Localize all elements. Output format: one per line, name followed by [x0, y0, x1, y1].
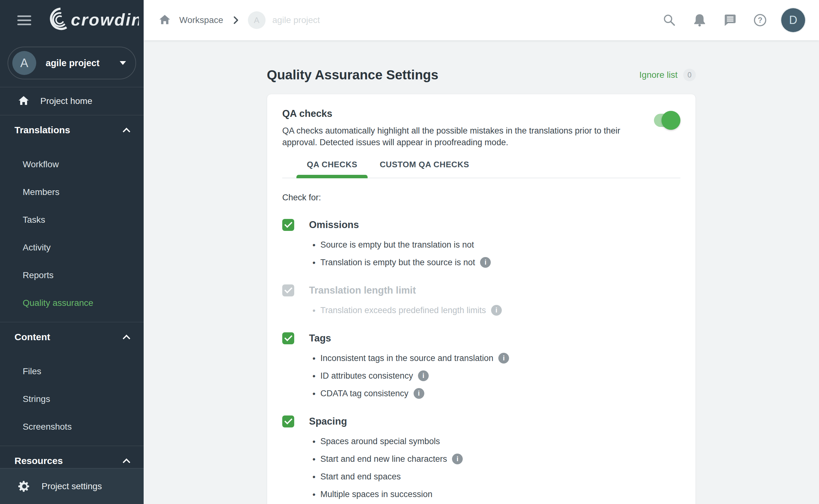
check-item-text: Translation exceeds predefined length li… [320, 305, 486, 316]
check-item-text: Source is empty but the translation is n… [320, 239, 474, 250]
page-title: Quality Assurance Settings [267, 67, 438, 83]
ignore-list-link[interactable]: Ignore list 0 [639, 69, 696, 81]
divider [0, 322, 144, 322]
topbar: Workspace A agile project [144, 0, 819, 40]
breadcrumb: Workspace A agile project [158, 11, 320, 29]
checkbox-row-omissions[interactable]: Omissions [282, 219, 680, 231]
sidebar-item-activity[interactable]: Activity [0, 234, 144, 261]
check-group-spacing: Spacing Spaces around special symbols St… [282, 415, 680, 504]
tab-custom-qa-checks[interactable]: CUSTOM QA CHECKS [369, 160, 479, 178]
check-item: Translation is empty but the source is n… [312, 257, 680, 268]
hamburger-menu-icon[interactable] [17, 13, 31, 28]
chevron-up-icon [123, 128, 130, 135]
translations-nav-list: Workflow Members Tasks Activity Reports … [0, 151, 144, 317]
sidebar-item-reports[interactable]: Reports [0, 261, 144, 289]
sidebar-section-content[interactable]: Content [0, 325, 144, 349]
info-icon[interactable] [498, 353, 509, 364]
sidebar-item-files[interactable]: Files [0, 358, 144, 385]
check-item-text: Spaces around special symbols [320, 436, 440, 447]
sidebar-item-workflow[interactable]: Workflow [0, 151, 144, 178]
home-icon [18, 95, 30, 107]
check-item-text: Translation is empty but the source is n… [320, 257, 475, 268]
sidebar-item-project-settings[interactable]: Project settings [0, 468, 144, 504]
check-group-label: Translation length limit [309, 285, 416, 296]
sidebar-item-tasks[interactable]: Tasks [0, 206, 144, 234]
checkbox-checked-disabled-icon[interactable] [282, 284, 294, 296]
bell-icon[interactable] [692, 13, 707, 27]
gear-icon [17, 479, 31, 494]
project-avatar: A [12, 51, 36, 75]
breadcrumb-project-avatar: A [248, 11, 266, 29]
check-item: Inconsistent tags in the source and tran… [312, 352, 680, 364]
crowdin-logo: crowdin [44, 7, 139, 34]
checkbox-checked-icon[interactable] [282, 219, 294, 231]
check-item-text: Start and end new line characters [320, 453, 447, 465]
checkbox-row-spacing[interactable]: Spacing [282, 415, 680, 427]
check-item-text: Start and end spaces [320, 471, 401, 482]
breadcrumb-workspace[interactable]: Workspace [179, 15, 223, 25]
info-icon[interactable] [452, 454, 463, 464]
info-icon[interactable] [414, 388, 424, 399]
chat-icon[interactable] [723, 13, 737, 27]
check-item: Source is empty but the translation is n… [312, 239, 680, 250]
check-group-label: Spacing [309, 416, 347, 427]
ignore-list-count-badge: 0 [683, 69, 696, 81]
check-group-translation-length-limit: Translation length limit Translation exc… [282, 284, 680, 316]
check-group-label: Omissions [309, 219, 359, 231]
section-title: Content [14, 332, 50, 342]
project-name: agile project [46, 58, 120, 68]
check-item: Start and end spaces [312, 471, 680, 482]
home-icon[interactable] [158, 14, 171, 26]
svg-text:?: ? [758, 16, 763, 24]
check-item-text: CDATA tag consistency [320, 388, 409, 399]
info-icon[interactable] [418, 370, 429, 381]
check-item: Spaces around special symbols [312, 436, 680, 447]
check-group-omissions: Omissions Source is empty but the transl… [282, 219, 680, 268]
sidebar-item-strings[interactable]: Strings [0, 385, 144, 413]
search-icon[interactable] [662, 13, 677, 27]
ignore-list-label[interactable]: Ignore list [639, 70, 678, 80]
qa-settings-card: QA checks QA checks automatically highli… [267, 94, 696, 504]
checkbox-checked-icon[interactable] [282, 415, 294, 427]
tab-qa-checks[interactable]: QA CHECKS [296, 160, 368, 178]
breadcrumb-project: agile project [272, 15, 320, 25]
qa-checks-description: QA checks automatically highlight all th… [282, 125, 629, 148]
logo-text: crowdin [71, 10, 139, 29]
sidebar-item-label: Project home [40, 96, 92, 106]
section-title: Translations [14, 125, 70, 135]
info-icon[interactable] [480, 257, 491, 268]
divider [0, 446, 144, 446]
main-content: Quality Assurance Settings Ignore list 0… [144, 40, 819, 504]
check-item-text: ID attributes consistency [320, 370, 413, 381]
section-title: Resources [14, 455, 63, 466]
chevron-down-icon [120, 61, 126, 65]
checkbox-row-tags[interactable]: Tags [282, 332, 680, 344]
sidebar-item-screenshots[interactable]: Screenshots [0, 413, 144, 441]
chevron-right-icon [230, 15, 241, 26]
sidebar: crowdin A agile project Project home Tra… [0, 0, 144, 504]
qa-tabs: QA CHECKS CUSTOM QA CHECKS [282, 160, 680, 178]
check-for-label: Check for: [282, 193, 680, 203]
check-item: ID attributes consistency [312, 370, 680, 381]
checkbox-checked-icon[interactable] [282, 332, 294, 344]
info-icon[interactable] [491, 305, 502, 316]
checkbox-row-translation-length-limit[interactable]: Translation length limit [282, 284, 680, 296]
sidebar-section-translations[interactable]: Translations [0, 118, 144, 142]
content-nav-list: Files Strings Screenshots [0, 358, 144, 441]
check-item: Multiple spaces in succession [312, 489, 680, 500]
sidebar-header: crowdin [0, 0, 144, 40]
sidebar-item-project-home[interactable]: Project home [0, 87, 144, 115]
check-item: Start and end new line characters [312, 453, 680, 465]
sidebar-item-members[interactable]: Members [0, 178, 144, 206]
check-item: Translation exceeds predefined length li… [312, 305, 680, 316]
sidebar-item-label: Project settings [42, 481, 102, 491]
check-item: CDATA tag consistency [312, 388, 680, 399]
qa-checks-toggle[interactable] [654, 114, 679, 127]
check-item-text: Inconsistent tags in the source and tran… [320, 352, 493, 364]
sidebar-item-quality-assurance[interactable]: Quality assurance [0, 289, 144, 317]
user-avatar[interactable]: D [781, 8, 805, 32]
project-selector[interactable]: A agile project [8, 47, 136, 79]
check-item-text: Multiple spaces in succession [320, 489, 432, 500]
topbar-actions: ? D [646, 8, 805, 32]
help-icon[interactable]: ? [753, 13, 767, 27]
